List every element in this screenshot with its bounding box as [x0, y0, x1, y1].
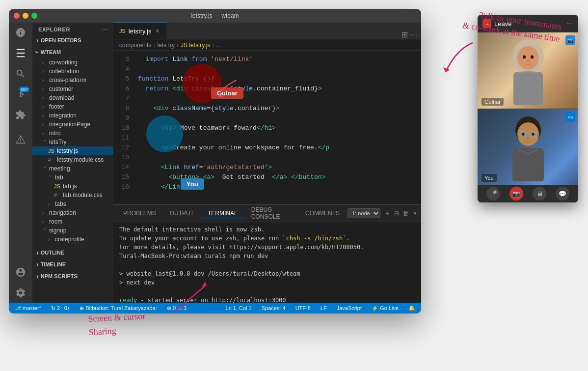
explorer-header: EXPLORER ··· [32, 23, 113, 34]
code-line-5: function LetsTry (){ [138, 74, 421, 84]
activity-explorer-icon[interactable] [15, 47, 27, 59]
mic-button[interactable]: 🎤 [486, 187, 500, 200]
svg-rect-14 [512, 148, 544, 181]
wteam-section[interactable]: WTEAM [32, 46, 113, 58]
participant-name-you: You [481, 174, 497, 182]
svg-point-12 [532, 133, 534, 136]
folder-crateprofile[interactable]: ›crateprofile [32, 235, 113, 244]
code-line-4 [138, 64, 421, 74]
tab-bar-icons: ⊞ ··· [398, 30, 421, 39]
chat-button[interactable]: 💬 [556, 187, 569, 200]
npm-scripts-section[interactable]: NPM SCRIPTS [32, 270, 113, 282]
folder-tab[interactable]: ›tab [32, 173, 113, 182]
line-ending-item[interactable]: LF [319, 305, 329, 311]
errors-item[interactable]: ⊗ 0 ⚠ 3 [165, 303, 188, 314]
tab-debug-console[interactable]: DEBUG CONSOLE [245, 204, 297, 223]
activity-bar: 587 [9, 23, 32, 303]
activity-files-icon[interactable] [15, 27, 27, 38]
folder-cross-platform[interactable]: ›cross-platform [32, 76, 113, 85]
panel-trash-icon[interactable]: 🗑 [403, 210, 409, 217]
folder-integration[interactable]: ›integration [32, 111, 113, 120]
timeline-section[interactable]: TIMELINE [32, 258, 113, 270]
sidebar: EXPLORER ··· OPEN EDITORS WTEAM ›co-work… [32, 23, 113, 303]
video-participant-gulnar: Gulnar 📷 [478, 32, 578, 109]
folder-collebration[interactable]: ›collebration [32, 67, 113, 76]
status-bar: ⎇ master* ↻ 2↑ 0↑ ⊕ Bitbucket: Tural Zak… [9, 303, 421, 314]
encoding-item[interactable]: UTF-8 [294, 305, 313, 311]
person-silhouette-gulnar [504, 36, 553, 105]
term-line-2: To update your account to use zsh, pleas… [119, 234, 415, 243]
tab-comments[interactable]: COMMENTS [299, 208, 346, 219]
folder-meeting[interactable]: ›meeting [32, 164, 113, 173]
minimize-button[interactable] [23, 13, 28, 19]
code-line-13 [138, 153, 421, 163]
folder-integrationpage[interactable]: ›integrationPage [32, 120, 113, 129]
tab-letstry-js[interactable]: JS letstry.js × [113, 22, 167, 39]
position-item[interactable]: Ln 1, Col 1 [224, 305, 254, 311]
line-numbers: 3 4 5 6 7 8 9 10 11 12 13 14 15 16 [113, 51, 132, 204]
video-participant-you: You VS [478, 109, 578, 185]
code-line-3: import Link from 'next/link' [138, 55, 421, 64]
annotation-screen-sharing: Screen & cursor Sharing [88, 310, 147, 339]
term-line-4: Tural-MacBook-Pro:wteam tural$ npm run d… [119, 252, 415, 260]
activity-deploy-icon[interactable] [15, 134, 27, 145]
tab-close-icon[interactable]: × [155, 26, 160, 36]
panel-tabs: PROBLEMS OUTPUT TERMINAL DEBUG CONSOLE C… [113, 205, 421, 222]
you-cursor [146, 115, 183, 152]
status-right: Ln 1, Col 1 Spaces: 4 UTF-8 LF JavaScrip… [224, 305, 417, 312]
go-live-item[interactable]: ⚡ Go Live [370, 305, 401, 312]
folder-tabs[interactable]: ›tabs [32, 200, 113, 208]
language-item[interactable]: JavaScript [335, 305, 364, 311]
code-line-9 [138, 114, 421, 123]
file-letstry-js[interactable]: JSletstry.js [32, 146, 113, 155]
terminal-selector[interactable]: 1: node [347, 208, 380, 218]
open-editors-section[interactable]: OPEN EDITORS [32, 34, 113, 46]
gulnar-arrow [219, 78, 239, 99]
more-actions-icon[interactable]: ··· [411, 30, 417, 39]
tab-problems[interactable]: PROBLEMS [117, 208, 162, 219]
folder-navigation[interactable]: ›navigation [32, 208, 113, 217]
svg-point-1 [517, 46, 539, 70]
activity-git-icon[interactable]: 587 [15, 88, 27, 100]
file-tab-js[interactable]: JStab.js [32, 182, 113, 191]
git-branch-item[interactable]: ⎇ master* [13, 303, 43, 314]
outline-section[interactable]: OUTLINE [32, 247, 113, 258]
maximize-button[interactable] [31, 13, 37, 19]
panel-add-icon[interactable]: ＋ [384, 209, 390, 218]
folder-customer[interactable]: ›customer [32, 85, 113, 93]
svg-rect-5 [513, 72, 543, 105]
folder-letstry[interactable]: ›letsTry [32, 138, 113, 146]
term-line-8 [119, 287, 415, 296]
tab-output[interactable]: OUTPUT [164, 208, 200, 219]
notification-item[interactable]: 🔔 [406, 305, 417, 312]
video-more-icon[interactable]: ··· [567, 19, 573, 28]
activity-account-icon[interactable] [15, 266, 27, 278]
folder-co-working[interactable]: ›co-working [32, 58, 113, 67]
code-line-8: <div className={style.container}> [138, 104, 421, 114]
video-panel: → Leave ··· [478, 15, 578, 202]
git-branch-icon: ⎇ [15, 305, 21, 312]
spaces-item[interactable]: Spaces: 4 [260, 305, 288, 311]
terminal-content[interactable]: The default interactive shell is now zsh… [113, 222, 421, 303]
screen-share-button[interactable]: 🖥 [533, 187, 546, 200]
folder-room[interactable]: ›room [32, 217, 113, 226]
folder-footer[interactable]: ›footer [32, 102, 113, 111]
sync-item[interactable]: ↻ 2↑ 0↑ [49, 303, 72, 314]
folder-download[interactable]: ›download [32, 93, 113, 102]
panel-split-icon[interactable]: ⊟ [394, 210, 399, 217]
file-letstry-css[interactable]: #letstry.module.css [32, 155, 113, 164]
file-tab-css[interactable]: #tab.module.css [32, 191, 113, 200]
close-button[interactable] [14, 13, 20, 19]
participant-name-gulnar: Gulnar [481, 98, 504, 106]
folder-signup[interactable]: ›signup [32, 226, 113, 235]
activity-settings-icon[interactable] [15, 287, 27, 299]
person-silhouette-you [504, 113, 553, 181]
panel-close-icon[interactable]: ∧ [413, 210, 417, 217]
activity-search-icon[interactable] [15, 68, 27, 80]
activity-extensions-icon[interactable] [15, 109, 27, 121]
tab-terminal[interactable]: TERMINAL [202, 208, 243, 219]
video-controls: 🎤 📷 🖥 💬 [478, 185, 578, 202]
folder-intro[interactable]: ›intro [32, 129, 113, 138]
split-editor-icon[interactable]: ⊞ [401, 30, 408, 39]
camera-button[interactable]: 📷 [509, 187, 523, 200]
